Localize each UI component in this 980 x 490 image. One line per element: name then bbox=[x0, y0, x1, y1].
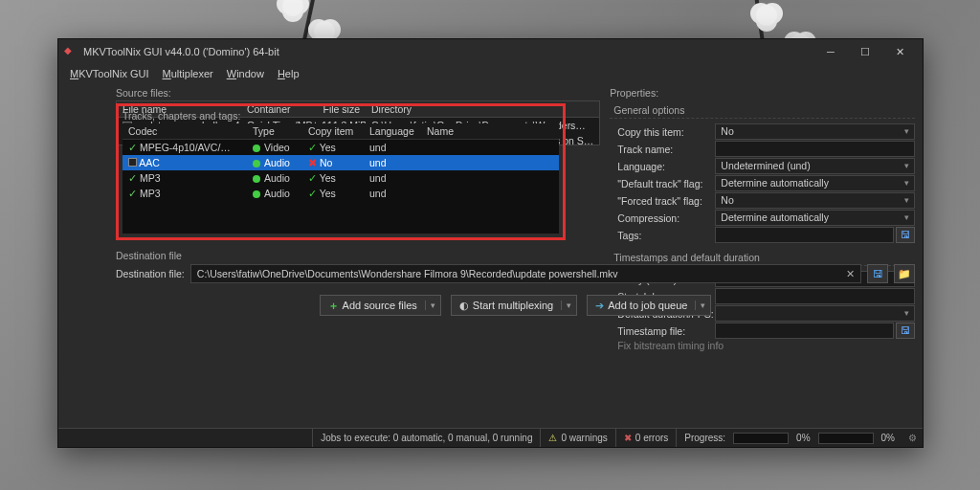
destination-input[interactable]: C:\Users\fatiw\OneDrive\Documents\Wonder… bbox=[190, 264, 861, 283]
warning-icon: ⚠ bbox=[548, 433, 557, 443]
check-icon: ✓ bbox=[308, 172, 317, 184]
destination-label: Destination file bbox=[116, 250, 915, 261]
property-value[interactable]: Undetermined (und)▾ bbox=[715, 158, 915, 174]
property-label: Language: bbox=[610, 161, 715, 172]
property-value[interactable]: No▾ bbox=[715, 123, 915, 140]
track-row[interactable]: AAC Audio ✖ No und bbox=[122, 155, 559, 170]
menu-item[interactable]: Window bbox=[221, 66, 270, 81]
check-icon: ✓ bbox=[128, 188, 137, 199]
property-row: Tags: 🖫 bbox=[610, 227, 915, 243]
status-bar: Jobs to execute: 0 automatic, 0 manual, … bbox=[58, 428, 923, 447]
check-icon: ✓ bbox=[308, 142, 317, 153]
cross-icon: ✖ bbox=[308, 157, 317, 168]
start-multiplexing-button[interactable]: ◐Start multiplexing▾ bbox=[451, 295, 577, 316]
property-row: Timestamp file: 🖫 bbox=[610, 323, 915, 339]
track-row[interactable]: ✓ MP3 Audio ✓ Yes und bbox=[122, 186, 559, 201]
app-window: ◆ MKVToolNix GUI v44.0.0 ('Domino') 64-b… bbox=[57, 38, 924, 448]
property-row: Copy this item: No▾ bbox=[610, 123, 915, 140]
property-row: "Forced track" flag: No▾ bbox=[610, 192, 915, 209]
track-row[interactable]: ✓ MPEG-4p10/AVC/… Video ✓ Yes und bbox=[122, 140, 559, 155]
add-source-files-button[interactable]: ＋Add source files▾ bbox=[320, 295, 441, 316]
record-icon: ◐ bbox=[459, 300, 469, 312]
property-row: Track name: bbox=[610, 141, 915, 157]
maximize-button[interactable]: ☐ bbox=[848, 39, 882, 64]
plus-icon: ＋ bbox=[328, 299, 339, 313]
status-led-icon bbox=[253, 160, 260, 167]
minimize-button[interactable]: ─ bbox=[813, 39, 848, 64]
property-value[interactable] bbox=[715, 227, 894, 243]
property-label: "Forced track" flag: bbox=[610, 195, 715, 207]
check-icon: ✓ bbox=[128, 172, 137, 184]
arrow-right-icon: ➔ bbox=[595, 300, 604, 312]
col-language[interactable]: Language bbox=[364, 123, 421, 139]
status-progress: Progress:0%0% bbox=[676, 429, 902, 447]
action-bar: ＋Add source files▾ ◐Start multiplexing▾ … bbox=[116, 295, 915, 316]
close-button[interactable]: ✕ bbox=[882, 39, 917, 64]
property-row: Language: Undetermined (und)▾ bbox=[610, 158, 915, 174]
tracks-table[interactable]: Codec Type Copy item Language Name ✓ MPE… bbox=[122, 123, 559, 234]
chevron-down-icon[interactable]: ▾ bbox=[425, 301, 440, 310]
destination-value: C:\Users\fatiw\OneDrive\Documents\Wonder… bbox=[197, 268, 618, 279]
chevron-down-icon[interactable]: ▾ bbox=[904, 193, 909, 208]
chevron-down-icon[interactable]: ▾ bbox=[695, 301, 710, 310]
status-warnings[interactable]: ⚠0 warnings bbox=[540, 429, 614, 447]
property-value[interactable]: Determine automatically▾ bbox=[715, 175, 915, 191]
menu-item[interactable]: MKVToolNix GUI bbox=[64, 66, 155, 81]
col-codec[interactable]: Codec bbox=[122, 123, 247, 139]
status-errors[interactable]: ✖0 errors bbox=[615, 429, 676, 447]
track-row[interactable]: ✓ MP3 Audio ✓ Yes und bbox=[122, 170, 559, 186]
chevron-down-icon[interactable]: ▾ bbox=[904, 176, 909, 190]
property-label: Copy this item: bbox=[610, 126, 715, 138]
property-label: Fix bitstream timing info bbox=[610, 340, 724, 351]
property-value[interactable]: Determine automatically▾ bbox=[715, 210, 915, 226]
property-label: Track name: bbox=[610, 144, 715, 155]
window-title: MKVToolNix GUI v44.0.0 ('Domino') 64-bit bbox=[83, 46, 279, 57]
status-led-icon bbox=[253, 175, 260, 183]
browse-button[interactable]: 🖫 bbox=[896, 323, 915, 339]
property-value[interactable] bbox=[715, 141, 915, 157]
tracks-label: Tracks, chapters and tags: bbox=[122, 110, 559, 122]
property-label: "Default track" flag: bbox=[610, 178, 715, 189]
property-label: Compression: bbox=[610, 212, 715, 224]
status-led-icon bbox=[253, 145, 260, 152]
check-icon: ✓ bbox=[308, 188, 317, 199]
status-led-icon bbox=[253, 190, 260, 198]
property-label: Tags: bbox=[610, 230, 715, 241]
properties-panel: Properties: General options Copy this it… bbox=[610, 87, 915, 240]
property-label: Timestamp file: bbox=[610, 325, 715, 337]
destination-field-label: Destination file: bbox=[116, 268, 185, 279]
property-row: Compression: Determine automatically▾ bbox=[610, 210, 915, 226]
tracks-panel-highlight: Tracks, chapters and tags: Codec Type Co… bbox=[116, 103, 566, 240]
menubar: MKVToolNix GUIMultiplexerWindowHelp bbox=[58, 64, 923, 83]
app-icon: ◆ bbox=[64, 45, 78, 58]
destination-section: Destination file Destination file: C:\Us… bbox=[116, 250, 915, 283]
status-jobs: Jobs to execute: 0 automatic, 0 manual, … bbox=[312, 429, 540, 447]
sources-label: Source files: bbox=[116, 87, 600, 99]
error-icon: ✖ bbox=[624, 433, 632, 443]
general-options-header: General options bbox=[610, 102, 915, 119]
checkbox-icon[interactable] bbox=[128, 158, 137, 167]
menu-item[interactable]: Help bbox=[272, 66, 305, 81]
property-value[interactable]: No▾ bbox=[715, 192, 915, 209]
add-to-job-queue-button[interactable]: ➔Add to job queue▾ bbox=[587, 295, 711, 316]
col-copy[interactable]: Copy item bbox=[302, 123, 364, 139]
settings-icon[interactable]: ⚙ bbox=[902, 433, 923, 443]
browse-dest-button[interactable]: 🖫 bbox=[867, 264, 888, 283]
property-value[interactable] bbox=[715, 323, 894, 339]
chevron-down-icon[interactable]: ▾ bbox=[904, 159, 909, 173]
recent-dest-button[interactable]: 📁 bbox=[894, 264, 915, 283]
chevron-down-icon[interactable]: ▾ bbox=[904, 211, 909, 225]
col-name[interactable]: Name bbox=[421, 123, 559, 139]
menu-item[interactable]: Multiplexer bbox=[157, 66, 219, 81]
properties-header: Properties: bbox=[610, 87, 915, 99]
col-type[interactable]: Type bbox=[247, 123, 302, 139]
titlebar[interactable]: ◆ MKVToolNix GUI v44.0.0 ('Domino') 64-b… bbox=[58, 39, 923, 64]
clear-icon[interactable]: ✕ bbox=[846, 268, 855, 279]
chevron-down-icon[interactable]: ▾ bbox=[904, 124, 909, 139]
property-row: "Default track" flag: Determine automati… bbox=[610, 175, 915, 191]
chevron-down-icon[interactable]: ▾ bbox=[561, 301, 576, 310]
check-icon: ✓ bbox=[128, 142, 137, 153]
browse-button[interactable]: 🖫 bbox=[896, 227, 915, 243]
